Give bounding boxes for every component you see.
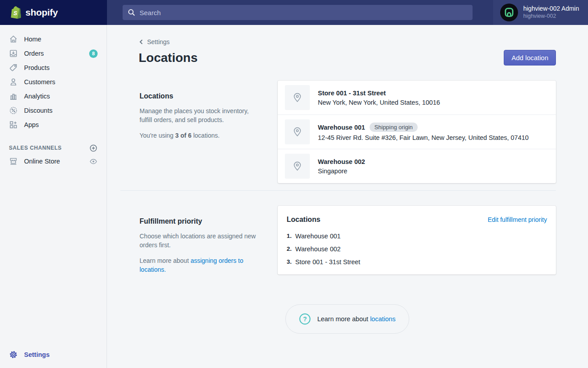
help-pill: ? Learn more about locations	[285, 304, 410, 334]
sidebar-item-orders[interactable]: Orders 8	[0, 46, 107, 61]
storefront-icon	[9, 157, 18, 166]
location-address: 12-45 River Rd. Suite #326, Fair Lawn, N…	[318, 134, 529, 141]
sidebar-bottom: Settings	[0, 348, 107, 368]
sidebar-item-settings[interactable]: Settings	[0, 348, 107, 362]
discount-icon	[9, 106, 18, 115]
tag-icon	[9, 63, 18, 72]
main-content: Settings Locations Add location Location…	[107, 25, 588, 368]
svg-text:S: S	[13, 10, 17, 16]
topbar-center	[107, 0, 493, 25]
map-pin-icon	[285, 85, 310, 110]
priority-annotation: Fulfillment priority Choose which locati…	[139, 206, 278, 274]
priority-number: 1.	[287, 233, 292, 240]
sidebar-item-label: Customers	[24, 78, 98, 86]
location-address: Singapore	[318, 168, 365, 175]
user-name: highview-002 Admin	[523, 5, 579, 13]
sidebar-item-label: Apps	[24, 121, 98, 128]
shopify-logo[interactable]: S shopify	[0, 0, 107, 25]
sales-channels-label: SALES CHANNELS	[9, 145, 89, 151]
shopify-bag-logo-icon: S	[10, 6, 22, 19]
location-info: Warehouse 002 Singapore	[318, 158, 365, 175]
location-row-warehouse-001[interactable]: Warehouse 001 Shipping origin 12-45 Rive…	[278, 115, 556, 149]
avatar	[500, 4, 518, 21]
locations-section-heading: Locations	[140, 92, 260, 100]
sidebar-item-label: Discounts	[24, 107, 98, 114]
priority-label: Store 001 - 31st Street	[295, 258, 360, 266]
help-text: Learn more about locations	[317, 315, 396, 323]
location-address: New York, New York, United States, 10016	[318, 99, 440, 106]
locations-annotation: Locations Manage the places you stock in…	[139, 81, 278, 183]
edit-fulfillment-priority-link[interactable]: Edit fulfillment priority	[488, 216, 547, 223]
priority-learn-more: Learn more about assigning orders to loc…	[140, 256, 260, 274]
sidebar-item-label: Settings	[24, 351, 98, 358]
orders-icon	[9, 49, 18, 58]
locations-usage-text: You're using 3 of 6 locations.	[140, 131, 260, 140]
location-info: Store 001 - 31st Street New York, New Yo…	[318, 90, 440, 106]
fulfillment-priority-section: Fulfillment priority Choose which locati…	[139, 206, 556, 274]
locations-section-description: Manage the places you stock inventory, f…	[140, 106, 260, 125]
priority-label: Warehouse 002	[295, 245, 341, 253]
priority-number: 2.	[287, 245, 292, 253]
map-pin-icon	[285, 119, 310, 144]
sidebar-item-discounts[interactable]: Discounts	[0, 103, 107, 118]
topbar: S shopify	[0, 0, 588, 25]
search-icon	[127, 8, 136, 18]
sidebar: Home Orders 8	[0, 25, 107, 368]
shopify-wordmark: shopify	[25, 7, 58, 18]
priority-item: 3. Store 001 - 31st Street	[287, 258, 547, 266]
home-icon	[9, 35, 18, 44]
location-name: Warehouse 002	[318, 158, 365, 165]
location-name: Store 001 - 31st Street	[318, 90, 386, 97]
question-icon: ?	[299, 313, 311, 325]
priority-label: Warehouse 001	[295, 233, 341, 240]
search-input[interactable]	[123, 5, 473, 20]
apps-grid-icon	[9, 120, 18, 129]
sidebar-item-apps[interactable]: Apps	[0, 118, 107, 132]
priority-list: 1. Warehouse 001 2. Warehouse 002 3. Sto…	[287, 233, 547, 266]
locations-card: Store 001 - 31st Street New York, New Yo…	[278, 81, 556, 183]
priority-number: 3.	[287, 258, 292, 266]
sidebar-item-products[interactable]: Products	[0, 61, 107, 75]
location-row-store-001[interactable]: Store 001 - 31st Street New York, New Yo…	[278, 81, 556, 115]
breadcrumb[interactable]: Settings	[139, 38, 170, 45]
sidebar-item-analytics[interactable]: Analytics	[0, 89, 107, 103]
user-menu[interactable]: highview-002 Admin highview-002	[493, 0, 588, 25]
map-pin-icon	[285, 154, 310, 179]
priority-card-heading: Locations	[287, 216, 321, 224]
add-channel-button[interactable]	[89, 143, 98, 152]
eye-icon[interactable]	[89, 157, 98, 166]
location-name: Warehouse 001	[318, 124, 365, 131]
user-text: highview-002 Admin highview-002	[523, 5, 579, 20]
footer-help: ? Learn more about locations	[139, 304, 556, 334]
sidebar-item-label: Products	[24, 64, 98, 71]
locations-help-link[interactable]: locations	[370, 315, 395, 323]
location-info: Warehouse 001 Shipping origin 12-45 Rive…	[318, 123, 529, 141]
locations-usage-count: 3 of 6	[175, 132, 192, 139]
priority-section-description: Choose which locations are assigned new …	[140, 232, 260, 250]
sales-channels-header: SALES CHANNELS	[0, 142, 107, 154]
bar-chart-icon	[9, 92, 18, 101]
shopify-admin-app: S shopify	[0, 0, 588, 368]
location-row-warehouse-002[interactable]: Warehouse 002 Singapore	[278, 149, 556, 183]
sidebar-item-label: Analytics	[24, 93, 98, 100]
sidebar-item-customers[interactable]: Customers	[0, 75, 107, 89]
shipping-origin-badge: Shipping origin	[370, 123, 418, 132]
locations-section: Locations Manage the places you stock in…	[139, 81, 556, 183]
sidebar-item-label: Home	[24, 36, 98, 43]
add-location-button[interactable]: Add location	[504, 50, 556, 65]
sidebar-item-home[interactable]: Home	[0, 32, 107, 46]
user-store: highview-002	[523, 13, 579, 20]
sidebar-item-online-store[interactable]: Online Store	[0, 154, 107, 168]
svg-text:?: ?	[303, 315, 307, 323]
search-bar	[123, 5, 473, 20]
section-divider	[120, 190, 556, 191]
page-title: Locations	[139, 51, 197, 65]
person-icon	[9, 78, 18, 86]
priority-card: Locations Edit fulfillment priority 1. W…	[278, 206, 556, 274]
priority-section-heading: Fulfillment priority	[140, 217, 260, 225]
gear-icon	[9, 350, 18, 359]
orders-count-badge: 8	[89, 49, 98, 58]
chevron-left-icon	[139, 39, 144, 45]
breadcrumb-label: Settings	[147, 38, 170, 45]
sidebar-item-label: Orders	[24, 50, 83, 57]
